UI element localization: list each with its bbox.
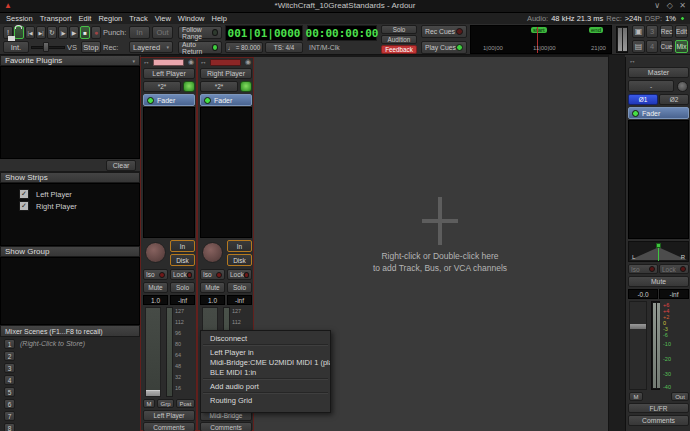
checkbox-checked-icon[interactable]: ✓	[19, 201, 29, 211]
goto-start-button[interactable]: |◀	[25, 26, 35, 39]
scene-button-7[interactable]: 7	[4, 411, 15, 421]
comments-button[interactable]: Comments	[200, 422, 252, 431]
strip-name-button[interactable]: Left Player	[143, 68, 195, 79]
solo-isolate-button[interactable]: Iso	[200, 269, 225, 280]
solo-button[interactable]: Solo	[170, 282, 195, 293]
meter-type-button[interactable]: M	[143, 399, 155, 408]
processor-led[interactable]	[204, 97, 211, 104]
width-icon[interactable]: ↔	[143, 58, 150, 65]
record-enable-button[interactable]: In	[170, 240, 195, 252]
menu-transport[interactable]: Transport	[37, 13, 76, 24]
strip-input-button[interactable]: *2*	[143, 81, 181, 92]
menu-edit[interactable]: Edit	[76, 13, 96, 24]
rec-mode-dropdown[interactable]: Layered ▾	[129, 41, 173, 53]
hide-icon[interactable]: ◉	[245, 58, 251, 66]
record-enable-button[interactable]: In	[227, 240, 252, 252]
mute-button[interactable]: Mute	[200, 282, 225, 293]
strip-input-button[interactable]: *2*	[200, 81, 238, 92]
disk-monitor-button[interactable]: Disk	[170, 254, 195, 266]
comments-button[interactable]: Comments	[143, 422, 195, 431]
meter-point-button[interactable]: Post	[176, 399, 195, 408]
strip-check-row[interactable]: ✓ Left Player	[19, 189, 72, 199]
menu-item-ble-midi-port[interactable]: BLE MIDI 1:in	[201, 367, 330, 377]
strip-check-row[interactable]: ✓ Right Player	[19, 201, 77, 211]
width-icon[interactable]: ↔	[629, 57, 636, 64]
scene-button-5[interactable]: 5	[4, 387, 15, 397]
processor-box[interactable]	[143, 107, 195, 238]
strip-name-button[interactable]: Right Player	[200, 68, 252, 79]
page-button-3[interactable]: 3	[646, 25, 658, 38]
punch-in-button[interactable]: In	[129, 26, 150, 39]
shuttle-handle[interactable]	[43, 42, 49, 52]
strip-color-bar[interactable]	[210, 59, 241, 66]
menu-view[interactable]: View	[152, 13, 175, 24]
gain-display[interactable]: 1.0	[200, 295, 225, 305]
master-output-display-button[interactable]: -	[628, 80, 674, 92]
width-icon[interactable]: ↔	[200, 58, 207, 65]
favorite-plugins-list[interactable]	[0, 66, 140, 159]
menu-item-routing-grid[interactable]: Routing Grid	[201, 395, 330, 405]
trim-knob[interactable]	[202, 242, 223, 263]
peak-display[interactable]: -inf	[227, 295, 252, 305]
mute-button[interactable]: Mute	[628, 276, 689, 287]
peak-display[interactable]: -inf	[659, 289, 689, 299]
menu-window[interactable]: Window	[175, 13, 209, 24]
phase-invert-2-button[interactable]: Ø2	[659, 94, 689, 105]
fader-processor-row[interactable]: Fader	[143, 94, 195, 106]
group-list[interactable]	[0, 257, 140, 325]
menu-track[interactable]: Track	[126, 13, 151, 24]
punch-out-button[interactable]: Out	[152, 26, 173, 39]
solo-isolate-button[interactable]: Iso	[143, 269, 168, 280]
play-range-button[interactable]: |▶	[58, 26, 68, 39]
end-marker[interactable]: end	[589, 27, 603, 33]
processor-box[interactable]	[628, 120, 689, 239]
audition-indicator-button[interactable]: Audition	[381, 35, 417, 44]
strip-color-bar[interactable]	[153, 59, 184, 66]
peak-display[interactable]: -inf	[170, 295, 195, 305]
timesig-button[interactable]: TS: 4/4	[265, 42, 303, 53]
solo-lock-button[interactable]: Lock	[170, 269, 195, 280]
transport-lock-button[interactable]	[14, 26, 24, 39]
feedback-indicator-button[interactable]: Feedback	[381, 45, 417, 54]
loop-button[interactable]: ↻	[47, 26, 57, 39]
fader-processor-row[interactable]: Fader	[200, 94, 252, 106]
secondary-clock[interactable]: 00:00:00:00	[307, 25, 377, 41]
solo-lock-button[interactable]: Lock	[227, 269, 252, 280]
menu-item-midi-bridge-port[interactable]: Midi-Bridge:CME U2MIDI MIDI 1 (playback)	[201, 357, 330, 367]
start-marker[interactable]: start	[531, 27, 547, 33]
scene-button-8[interactable]: 8	[4, 423, 15, 431]
primary-clock[interactable]: 001|01|0000	[225, 25, 303, 41]
scene-button-6[interactable]: 6	[4, 399, 15, 409]
comments-button[interactable]: Comments	[628, 415, 689, 426]
hide-icon[interactable]: ◉	[188, 58, 194, 66]
goto-end-button[interactable]: ▶|	[36, 26, 46, 39]
mixer-page-button[interactable]: Mix	[675, 40, 688, 53]
scene-button-2[interactable]: 2	[4, 351, 15, 361]
maximize-icon[interactable]: ◇	[667, 1, 673, 10]
output-button[interactable]: FL/FR	[628, 403, 689, 413]
mute-button[interactable]: Mute	[143, 282, 168, 293]
group-button[interactable]: Grp	[157, 399, 174, 408]
processor-led[interactable]	[632, 110, 639, 117]
master-pan-knob[interactable]	[677, 81, 688, 92]
fader-processor-row[interactable]: Fader	[628, 107, 689, 119]
recorder-page-button[interactable]: Rec	[660, 25, 673, 38]
solo-button[interactable]: Solo	[227, 282, 252, 293]
phase-invert-1-button[interactable]: Ø1	[628, 94, 658, 105]
output-button[interactable]: Left Player	[143, 410, 195, 421]
gain-display[interactable]: -0.0	[628, 289, 658, 299]
play-button[interactable]: ▶	[69, 26, 79, 39]
sync-status-button[interactable]: INT/M-Clk	[309, 42, 340, 53]
gain-display[interactable]: 1.0	[143, 295, 168, 305]
fader-handle[interactable]	[146, 390, 160, 396]
scene-button-1[interactable]: 1	[4, 339, 15, 349]
record-button[interactable]: ●	[91, 26, 101, 39]
scene-button-3[interactable]: 3	[4, 363, 15, 373]
disk-monitor-button[interactable]: Disk	[227, 254, 252, 266]
menu-item-left-player-in[interactable]: Left Player in	[201, 347, 330, 357]
fader[interactable]	[629, 301, 647, 390]
page-button-4[interactable]: 4	[646, 40, 658, 53]
clear-button[interactable]: Clear	[106, 160, 136, 171]
master-name-button[interactable]: Master	[628, 67, 689, 78]
strip-scroll-gutter[interactable]	[608, 55, 625, 431]
